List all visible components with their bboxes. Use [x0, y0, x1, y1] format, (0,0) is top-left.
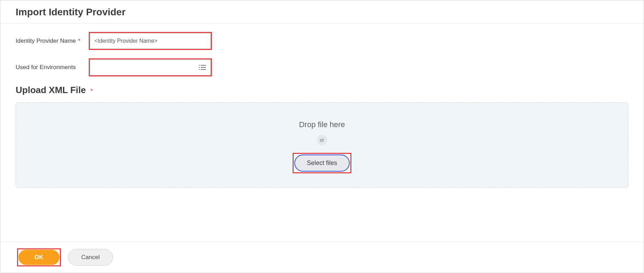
drop-file-here-text: Drop file here [299, 120, 345, 129]
required-asterisk: * [90, 88, 93, 94]
svg-point-0 [199, 65, 200, 66]
select-files-highlight: Select files [293, 153, 351, 173]
svg-rect-3 [201, 67, 206, 68]
ok-button-highlight: OK [17, 248, 61, 266]
form-content: Identity Provider Name * Used for Enviro… [0, 24, 644, 196]
page-header: Import Identity Provider [0, 0, 644, 24]
identity-provider-name-row: Identity Provider Name * [16, 32, 628, 50]
svg-point-4 [199, 69, 200, 70]
list-icon [199, 64, 206, 71]
page-title: Import Identity Provider [16, 7, 628, 18]
svg-rect-5 [201, 69, 206, 70]
upload-xml-title-text: Upload XML File [16, 85, 86, 95]
used-for-environments-select[interactable] [90, 59, 211, 75]
select-files-button[interactable]: Select files [294, 155, 350, 172]
required-asterisk: * [78, 38, 80, 45]
svg-rect-1 [201, 65, 206, 66]
identity-provider-name-highlight [89, 32, 212, 50]
used-for-environments-label-text: Used for Environments [16, 64, 76, 71]
identity-provider-name-label: Identity Provider Name * [16, 38, 89, 45]
used-for-environments-highlight [89, 58, 212, 76]
identity-provider-name-input[interactable] [90, 33, 211, 49]
used-for-environments-label: Used for Environments [16, 64, 89, 71]
file-dropzone[interactable]: Drop file here or Select files [16, 102, 628, 188]
used-for-environments-row: Used for Environments [16, 58, 628, 76]
or-divider-badge: or [317, 135, 327, 145]
identity-provider-name-label-text: Identity Provider Name [16, 38, 76, 44]
upload-xml-section-title: Upload XML File * [16, 85, 628, 96]
cancel-button[interactable]: Cancel [68, 249, 113, 266]
svg-point-2 [199, 67, 200, 68]
ok-button[interactable]: OK [18, 250, 59, 265]
dialog-footer: OK Cancel [0, 242, 644, 273]
